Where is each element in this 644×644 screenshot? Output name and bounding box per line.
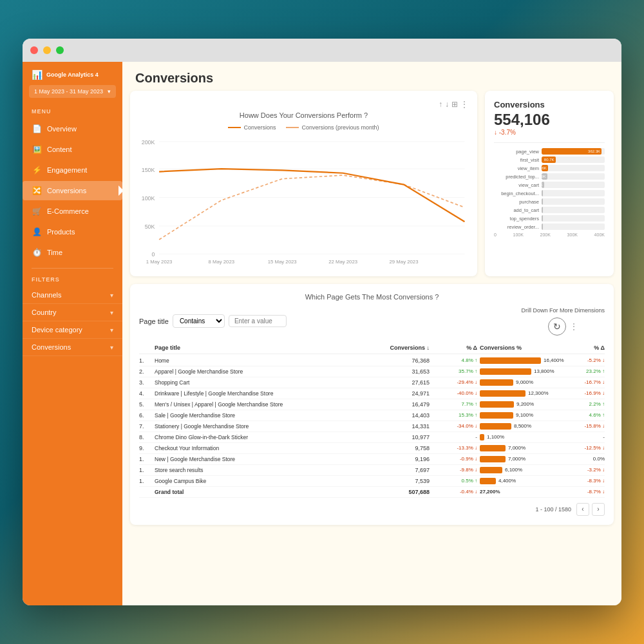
maximize-button[interactable]: [56, 46, 64, 54]
row-conversions: 16,479: [372, 401, 430, 408]
table-section: Which Page Gets The Most Conversions ? P…: [130, 284, 614, 525]
row-page: Checkout Your Information: [155, 445, 369, 451]
bar-track: -0: [542, 215, 605, 222]
app-layout: 📊 Google Analytics 4 1 May 2023 - 31 May…: [23, 62, 621, 605]
stats-bars: page_view362.3Kfirst_visit80.7Kview_item…: [494, 148, 605, 230]
bar-value: 36K: [542, 166, 547, 170]
svg-text:15 May 2023: 15 May 2023: [268, 259, 297, 265]
stats-card: Conversions 554,106 ↓ -3.7% page_view362…: [485, 91, 614, 276]
bar-fill: 362.3K: [542, 148, 601, 155]
row-conv-pct-label: 12,300%: [528, 390, 549, 396]
table-rows-container: 1. Home 76,368 4.8% ↑ 16,400% -5.2% ↓ 2.…: [139, 355, 605, 498]
sidebar-item-ecommerce[interactable]: 🛒 E-Commerce: [23, 202, 122, 221]
sidebar-item-time[interactable]: ⏱️ Time: [23, 243, 122, 262]
filter-operator-select[interactable]: Contains Equals Starts with: [173, 314, 225, 328]
bar-fill: 80.7K: [542, 156, 556, 163]
row-page: Chrome Dino Glow-in-the-Dark Sticker: [155, 434, 369, 440]
filter-page-title-label: Page title: [139, 317, 169, 325]
col-conversions[interactable]: Conversions ↓: [372, 345, 430, 351]
bar-fill: -957: [542, 198, 543, 205]
row-pct-delta2: 23.2% ↑: [560, 368, 605, 374]
row-pct-delta: -13.3% ↓: [432, 445, 477, 451]
conv-bar-fill: [480, 467, 502, 473]
stats-bar-row: purchase-957: [494, 198, 605, 205]
row-conv-pct: 9,000%: [480, 379, 557, 386]
filter-conversions-label: Conversions: [32, 343, 71, 351]
drill-down-area: Drill Down For More Dimensions ↻ ⋮: [521, 307, 605, 336]
row-num: 1.: [139, 467, 152, 473]
sidebar-item-products[interactable]: 👤 Products: [23, 222, 122, 242]
row-pct-delta2: -16.9% ↓: [560, 390, 605, 396]
filter-conversions[interactable]: Conversions ▾: [23, 339, 122, 356]
svg-text:22 May 2023: 22 May 2023: [328, 259, 357, 265]
prev-page-button[interactable]: ‹: [576, 503, 589, 516]
minimize-button[interactable]: [43, 46, 51, 54]
bar-axis: 0 100K 200K 300K 400K: [494, 232, 605, 237]
table-row: 1. Google Campus Bike 7,539 0.5% ↑ 4,400…: [139, 476, 605, 487]
download-icon[interactable]: ↓: [445, 100, 449, 109]
row-conversions: 10,977: [372, 434, 430, 440]
sidebar-item-content[interactable]: 🖼️ Content: [23, 140, 122, 159]
chart-title: Howw Does Your Conversions Perform ?: [139, 111, 468, 119]
pagination-nav: ‹ ›: [576, 503, 605, 516]
table-row: 5. Men's / Unisex | Apparel | Google Mer…: [139, 399, 605, 410]
row-conv-pct-label: 1,100%: [487, 434, 504, 440]
filter-device-category[interactable]: Device category ▾: [23, 321, 122, 339]
row-page: New | Google Merchandise Store: [155, 456, 369, 462]
date-range-picker[interactable]: 1 May 2023 - 31 May 2023 ▾: [29, 85, 116, 98]
bar-label: view_cart: [494, 182, 539, 188]
app-name: Google Analytics 4: [46, 71, 99, 79]
bar-track: -957: [542, 198, 605, 205]
row-conv-pct: 6,100%: [480, 467, 557, 473]
row-conv-pct: 7,000%: [480, 445, 557, 451]
row-pct-delta: -0.4% ↓: [432, 489, 477, 495]
bar-fill: -13.5K: [542, 182, 544, 188]
row-num: 9.: [139, 445, 152, 451]
stats-bar-row: first_visit80.7K: [494, 156, 605, 163]
col-pct-delta2[interactable]: % Δ: [560, 345, 605, 351]
row-num: 1.: [139, 357, 152, 364]
row-pct-delta2: -16.7% ↓: [560, 379, 605, 385]
row-conversions: 76,368: [372, 357, 430, 364]
next-page-button[interactable]: ›: [592, 503, 605, 516]
sidebar-item-overview[interactable]: 📄 Overview: [23, 119, 122, 138]
conv-bar-fill: [480, 478, 496, 484]
table-more-icon[interactable]: ⋮: [570, 322, 578, 331]
drill-down-button[interactable]: ↻: [548, 317, 566, 336]
row-pct-delta: 4.8% ↑: [432, 357, 477, 363]
row-num: 5.: [139, 401, 152, 408]
upload-icon[interactable]: ↑: [439, 100, 442, 109]
col-pct-delta[interactable]: % Δ: [432, 345, 477, 351]
row-conv-pct-label: 9,200%: [516, 401, 534, 407]
conv-bar-fill: [480, 401, 514, 408]
sidebar-item-engagement[interactable]: ⚡ Engagement: [23, 160, 122, 180]
table-icon[interactable]: ⊞: [451, 100, 458, 109]
bar-value: 362.3K: [588, 149, 600, 153]
row-conv-pct-label: 13,800%: [534, 368, 554, 374]
filter-country[interactable]: Country ▾: [23, 304, 122, 321]
time-label: Time: [47, 249, 62, 256]
svg-text:29 May 2023: 29 May 2023: [390, 259, 419, 265]
bar-label: add_to_cart: [494, 207, 539, 213]
bar-value: 80.7K: [544, 158, 554, 162]
date-range-arrow-icon: ▾: [108, 88, 111, 95]
overview-icon: 📄: [32, 124, 42, 133]
row-conv-pct-label: 9,100%: [516, 412, 533, 418]
more-icon[interactable]: ⋮: [460, 100, 468, 109]
table-row: 4. Drinkware | Lifestyle | Google Mercha…: [139, 388, 605, 399]
close-button[interactable]: [30, 46, 38, 54]
row-num: 6.: [139, 412, 152, 419]
row-pct-delta: -9.8% ↓: [432, 467, 477, 473]
sidebar: 📊 Google Analytics 4 1 May 2023 - 31 May…: [23, 62, 122, 605]
table-filters: Page title Contains Equals Starts with D…: [139, 307, 605, 336]
row-conversions: 24,971: [372, 390, 430, 397]
channels-label: Channels: [32, 291, 61, 299]
products-icon: 👤: [32, 227, 42, 236]
row-page: Google Campus Bike: [155, 478, 369, 484]
filter-channels[interactable]: Channels ▾: [23, 287, 122, 304]
filter-value-input[interactable]: [229, 315, 287, 327]
engagement-icon: ⚡: [32, 166, 42, 175]
ecommerce-icon: 🛒: [32, 207, 42, 216]
table-row: 7. Stationery | Google Merchandise Store…: [139, 421, 605, 432]
sidebar-item-conversions[interactable]: 🔀 Conversions: [23, 181, 122, 200]
